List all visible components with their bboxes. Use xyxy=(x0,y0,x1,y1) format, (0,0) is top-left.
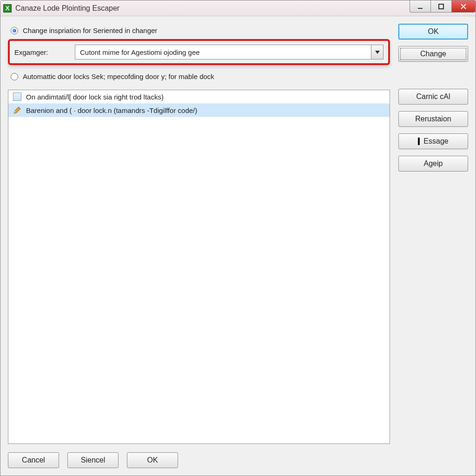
minimize-button[interactable] xyxy=(410,0,431,13)
radio-option-2-label: Automattic door locks Sek; mpecofding do… xyxy=(23,73,214,80)
svg-rect-1 xyxy=(439,4,443,9)
exgamger-label: Exgamger: xyxy=(14,48,66,56)
items-listbox[interactable]: On andimtati/l[ door lock sia right trod… xyxy=(8,90,390,444)
change-button[interactable]: Change xyxy=(398,46,468,62)
list-item-text: On andimtati/l[ door lock sia right trod… xyxy=(26,93,164,101)
app-icon: X xyxy=(3,4,12,13)
maximize-button[interactable] xyxy=(430,0,452,13)
radio-icon xyxy=(11,27,18,34)
bar-icon xyxy=(418,138,420,145)
close-icon xyxy=(460,3,467,10)
list-item[interactable]: Barenion and ( · door lock.n (tamandrs -… xyxy=(8,104,390,117)
essage-button[interactable]: Essage xyxy=(398,133,468,149)
radio-option-2[interactable]: Automattic door locks Sek; mpecofding do… xyxy=(11,73,390,80)
exgamger-combo-value: Cutont mime for Agestiomi ojoding gee xyxy=(80,48,200,56)
bottom-buttons: Cancel Siencel OK xyxy=(8,452,390,468)
window-title: Canaze Lode Plointing Escaper xyxy=(15,4,119,13)
ok-button[interactable]: OK xyxy=(398,24,468,40)
list-item-text: Barenion and ( · door lock.n (tamandrs -… xyxy=(26,106,197,114)
cancel-button[interactable]: Cancel xyxy=(8,452,59,468)
maximize-icon xyxy=(438,4,444,9)
ok-bottom-button[interactable]: OK xyxy=(127,452,178,468)
combo-dropdown-button[interactable] xyxy=(371,45,383,59)
client-area: Change inspriation for Seriented in chan… xyxy=(0,16,476,476)
list-item[interactable]: On andimtati/l[ door lock sia right trod… xyxy=(8,90,390,104)
radio-option-1-label: Change inspriation for Seriented in chan… xyxy=(23,26,157,34)
titlebar[interactable]: X Canaze Lode Plointing Escaper xyxy=(0,0,476,16)
chevron-down-icon xyxy=(375,51,380,54)
svg-rect-0 xyxy=(418,8,423,9)
carnic-button[interactable]: Carnic cAl xyxy=(398,89,468,105)
minimize-icon xyxy=(417,4,423,9)
ageip-button[interactable]: Ageip xyxy=(398,156,468,172)
pencil-icon xyxy=(13,106,21,114)
right-button-column: OK Change Carnic cAl Rerustaion Essage A… xyxy=(398,24,468,468)
essage-button-label: Essage xyxy=(423,137,448,145)
close-button[interactable] xyxy=(451,0,476,13)
dialog-window: X Canaze Lode Plointing Escaper Change i… xyxy=(0,0,476,476)
window-controls xyxy=(410,0,476,13)
siencel-button[interactable]: Siencel xyxy=(67,452,119,468)
exgamger-combo[interactable]: Cutont mime for Agestiomi ojoding gee xyxy=(75,45,383,60)
exgamger-field-highlight: Exgamger: Cutont mime for Agestiomi ojod… xyxy=(8,39,390,65)
rerustaion-button[interactable]: Rerustaion xyxy=(398,111,468,127)
radio-option-1[interactable]: Change inspriation for Seriented in chan… xyxy=(11,26,390,34)
box-icon xyxy=(13,93,21,101)
radio-icon xyxy=(11,73,18,80)
